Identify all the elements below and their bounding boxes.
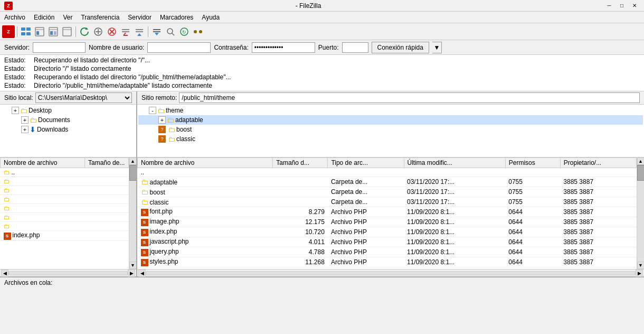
toolbar-compare[interactable]: [192, 25, 204, 38]
remote-file-row-7[interactable]: Sjavascript.php 4.011 Archivo PHP 11/09/…: [138, 237, 637, 247]
password-input[interactable]: [252, 42, 315, 53]
desktop-folder-icon: 🗀: [20, 106, 27, 115]
local-hscroll-right[interactable]: ▶: [128, 270, 135, 277]
local-file-php[interactable]: Sindex.php: [1, 231, 129, 241]
tree-item-documents[interactable]: + 🗀 Documents: [1, 115, 135, 125]
local-file-4[interactable]: 🗀: [1, 204, 129, 213]
close-button[interactable]: ✕: [629, 2, 640, 10]
minimize-button[interactable]: ─: [604, 2, 614, 10]
remote-scroll-track[interactable]: [637, 165, 645, 262]
tree-expand-theme[interactable]: -: [149, 107, 156, 114]
toolbar-btn8[interactable]: [119, 25, 132, 38]
maximize-button[interactable]: □: [617, 2, 627, 10]
local-scroll-thumb[interactable]: [129, 165, 137, 181]
adaptable-folder-icon: 🗀: [167, 116, 174, 124]
remote-col-owner[interactable]: Propietario/...: [560, 158, 636, 168]
tree-expand-documents[interactable]: +: [21, 116, 29, 124]
remote-col-name[interactable]: Nombre de archivo: [138, 158, 273, 168]
tree-item-adaptable[interactable]: + 🗀 adaptable: [138, 115, 643, 125]
quickconnect-button[interactable]: Conexión rápida: [372, 42, 429, 53]
local-scroll-down[interactable]: ▼: [129, 262, 137, 269]
menu-edicion[interactable]: Edición: [30, 13, 59, 22]
local-file-dotdot[interactable]: 🗀..: [1, 168, 129, 177]
local-scroll-up[interactable]: ▲: [129, 157, 137, 165]
local-file-1[interactable]: 🗀: [1, 177, 129, 186]
remote-vscroll[interactable]: ▲ ▼: [637, 157, 644, 269]
tree-expand-downloads[interactable]: +: [21, 126, 29, 133]
local-path-select[interactable]: C:\Users\María\Desktop\: [35, 92, 132, 103]
local-panel-header: Sitio local: C:\Users\María\Desktop\: [0, 91, 136, 105]
local-hscroll-left[interactable]: ◀: [1, 270, 8, 277]
quickconnect-dropdown[interactable]: ▼: [432, 42, 442, 53]
menu-ayuda[interactable]: Ayuda: [197, 13, 224, 22]
remote-file-row-8[interactable]: Sjquery.php 4.788 Archivo PHP 11/09/2020…: [138, 247, 637, 257]
remote-col-modified[interactable]: Última modific...: [404, 158, 505, 168]
remote-scroll-thumb[interactable]: [637, 165, 645, 181]
local-file-6[interactable]: 🗀: [1, 222, 129, 231]
remote-hscroll-right[interactable]: ▶: [636, 270, 643, 277]
menu-servidor[interactable]: Servidor: [124, 13, 156, 22]
remote-path-input[interactable]: [179, 92, 640, 103]
remote-file-row-9[interactable]: Sstyles.php 11.268 Archivo PHP 11/09/202…: [138, 257, 637, 267]
puerto-label: Puerto:: [318, 44, 339, 51]
svg-rect-3: [26, 32, 31, 35]
remote-col-perms[interactable]: Permisos: [505, 158, 560, 168]
local-file-3[interactable]: 🗀: [1, 195, 129, 204]
svg-point-31: [199, 30, 202, 33]
tree-label-boost: boost: [176, 126, 192, 133]
toolbar-btn9[interactable]: [133, 25, 146, 38]
downloads-folder-icon: ⬇: [30, 125, 36, 134]
remote-col-type[interactable]: Tipo de arc...: [328, 158, 404, 168]
tree-item-desktop[interactable]: + 🗀 Desktop: [1, 106, 135, 115]
local-vscroll[interactable]: ▲ ▼: [129, 157, 136, 269]
remote-scroll-up[interactable]: ▲: [637, 157, 645, 165]
menu-transferencia[interactable]: Transferencia: [77, 13, 124, 22]
toolbar-btn2[interactable]: [33, 25, 46, 38]
remote-file-row-3[interactable]: 🗀classic Carpeta de... 03/11/2020 17:...…: [138, 197, 637, 207]
toolbar-refresh[interactable]: [78, 25, 91, 38]
remote-file-row-5[interactable]: Simage.php 12.175 Archivo PHP 11/09/2020…: [138, 217, 637, 227]
menu-archivo[interactable]: Archivo: [0, 13, 30, 22]
tree-item-boost[interactable]: ? 🗀 boost: [138, 125, 643, 134]
remote-file-row-6[interactable]: Sindex.php 10.720 Archivo PHP 11/09/2020…: [138, 227, 637, 237]
remote-col-size[interactable]: Tamaño d...: [273, 158, 328, 168]
remote-file-row-0[interactable]: ..: [138, 168, 637, 177]
toolbar-cancel[interactable]: [106, 25, 118, 38]
remote-tree: - 🗀 theme + 🗀 adaptable ? 🗀 boost: [137, 105, 644, 157]
menu-marcadores[interactable]: Marcadores: [156, 13, 197, 22]
puerto-input[interactable]: [342, 42, 368, 53]
remote-file-row-1[interactable]: 🗀adaptable Carpeta de... 03/11/2020 17:.…: [138, 177, 637, 187]
servidor-label: Servidor:: [4, 44, 30, 51]
local-scroll-track[interactable]: [129, 165, 137, 262]
tree-item-downloads[interactable]: + ⬇ Downloads: [1, 125, 135, 134]
menu-ver[interactable]: Ver: [59, 13, 77, 22]
tree-item-classic[interactable]: ? 🗀 classic: [138, 134, 643, 144]
remote-hscroll-left[interactable]: ◀: [138, 270, 146, 277]
toolbar-queue-up[interactable]: [150, 25, 163, 38]
toolbar-btn6[interactable]: [92, 25, 105, 38]
tree-item-theme[interactable]: - 🗀 theme: [138, 106, 643, 115]
toolbar-btn12[interactable]: ↻: [178, 25, 191, 38]
local-file-5[interactable]: 🗀: [1, 213, 129, 222]
toolbar-search[interactable]: [164, 25, 177, 38]
toolbar-btn3[interactable]: [47, 25, 60, 38]
remote-file-row-4[interactable]: Sfont.php 8.279 Archivo PHP 11/09/2020 8…: [138, 207, 637, 217]
local-tree: + 🗀 Desktop + 🗀 Documents + ⬇ Downloads: [0, 105, 136, 157]
local-hscrollbar: ◀ ▶: [0, 269, 136, 276]
usuario-input[interactable]: [147, 42, 211, 53]
remote-file-row-2[interactable]: 🗀boost Carpeta de... 03/11/2020 17:... 0…: [138, 187, 637, 197]
servidor-input[interactable]: [33, 42, 86, 53]
local-col-size[interactable]: Tamaño de...: [85, 158, 129, 168]
remote-hscroll-track[interactable]: [146, 271, 636, 275]
toolbar-btn4[interactable]: [61, 25, 73, 38]
local-file-2[interactable]: 🗀: [1, 186, 129, 195]
local-hscroll-track[interactable]: [8, 271, 128, 275]
toolbar-sitemanager[interactable]: [20, 25, 32, 38]
tree-expand-adaptable[interactable]: +: [158, 116, 166, 124]
remote-scroll-down[interactable]: ▼: [637, 262, 645, 269]
tree-expand-desktop[interactable]: +: [12, 107, 19, 114]
local-col-name[interactable]: Nombre de archivo: [1, 158, 85, 168]
status-text-2: Directorio "/" listado correctamente: [34, 64, 131, 73]
toolbar-sep-3: [148, 26, 148, 37]
titlebar-title: - FileZilla: [13, 2, 604, 10]
